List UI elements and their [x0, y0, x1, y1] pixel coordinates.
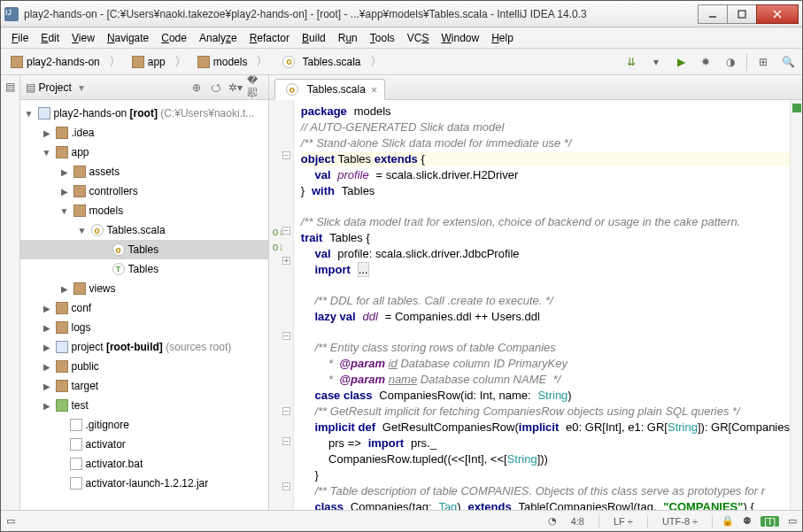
status-context-icon[interactable]: ◔: [548, 515, 557, 527]
tree-models[interactable]: ▼models: [20, 201, 268, 220]
minimize-button[interactable]: [698, 4, 728, 24]
project-tree[interactable]: ▼play2-hands-on [root] (C:¥Users¥naoki.t…: [20, 100, 268, 510]
tree-tables-trait[interactable]: TTables: [20, 259, 268, 279]
project-title[interactable]: Project: [39, 81, 72, 94]
close-tab-icon[interactable]: ×: [371, 83, 378, 96]
status-notifications-icon[interactable]: ▭: [788, 515, 797, 527]
window-title: play2-hands-on - [C:¥Users¥naoki.takezoe…: [24, 8, 699, 20]
error-stripe[interactable]: [790, 100, 802, 510]
menu-run[interactable]: Run: [333, 30, 363, 46]
tree-root[interactable]: ▼play2-hands-on [root] (C:¥Users¥naoki.t…: [20, 104, 268, 123]
tree-target[interactable]: ▶target: [20, 376, 268, 396]
code-editor[interactable]: package models // AUTO-GENERATED Slick d…: [294, 100, 790, 510]
menu-file[interactable]: File: [6, 30, 34, 46]
editor-tab-tables[interactable]: o Tables.scala ×: [274, 79, 386, 100]
close-button[interactable]: [756, 4, 799, 24]
fold-toggle-icon[interactable]: −: [282, 437, 290, 445]
make-button[interactable]: ⇊: [622, 53, 640, 71]
editor-gutter[interactable]: o↓ o↓ − − + − − − −: [269, 100, 294, 510]
editor-tab-label: Tables.scala: [307, 83, 366, 96]
menu-edit[interactable]: Edit: [35, 30, 65, 46]
tree-conf[interactable]: ▶conf: [20, 298, 268, 318]
tree-project[interactable]: ▶project [root-build] (sources root): [20, 337, 268, 357]
file-icon: [70, 458, 82, 470]
crumb-app[interactable]: app〉: [127, 52, 193, 72]
fold-toggle-icon[interactable]: −: [282, 227, 290, 235]
tree-gitignore[interactable]: .gitignore: [20, 415, 268, 435]
fold-toggle-icon[interactable]: −: [282, 151, 290, 159]
folder-icon: [56, 127, 68, 139]
crumb-models[interactable]: models〉: [193, 52, 275, 72]
readonly-lock-icon[interactable]: 🔒: [722, 515, 734, 527]
editor-tabstrip: o Tables.scala ×: [269, 75, 802, 100]
folder-icon: [56, 321, 68, 334]
menu-navigate[interactable]: Navigate: [102, 30, 154, 46]
toolbar-separator: [746, 53, 747, 71]
fold-expand-icon[interactable]: +: [282, 257, 290, 265]
debug-button[interactable]: ✸: [697, 53, 714, 71]
maximize-button[interactable]: [727, 4, 757, 24]
menu-refactor[interactable]: Refactor: [244, 30, 295, 46]
menu-code[interactable]: Code: [156, 30, 192, 46]
tree-app[interactable]: ▼app: [20, 143, 268, 162]
analysis-ok-icon[interactable]: [792, 104, 801, 112]
folder-icon: [56, 302, 68, 314]
run-config-dropdown[interactable]: ▾: [647, 53, 665, 71]
run-button[interactable]: ▶: [672, 53, 690, 71]
status-hector-icon[interactable]: ⚉: [743, 515, 752, 527]
menu-view[interactable]: View: [66, 30, 100, 46]
menu-analyze[interactable]: Analyze: [194, 30, 243, 46]
settings-dropdown-icon[interactable]: ✲▾: [228, 80, 243, 96]
tree-activator-jar[interactable]: activator-launch-1.2.12.jar: [20, 474, 268, 493]
scroll-from-source-icon[interactable]: ⊕: [189, 80, 205, 96]
fold-toggle-icon[interactable]: −: [282, 407, 290, 415]
scala-object-icon: o: [91, 224, 104, 236]
coverage-button[interactable]: ◑: [722, 53, 739, 71]
menu-vcs[interactable]: VCS: [402, 30, 435, 46]
tree-test[interactable]: ▶test: [20, 396, 268, 415]
tree-idea[interactable]: ▶.idea: [20, 123, 268, 143]
fold-toggle-icon[interactable]: −: [282, 482, 290, 490]
project-combo-icon[interactable]: ▤: [26, 81, 35, 94]
tree-tables-object[interactable]: oTables: [20, 240, 268, 259]
project-dropdown-icon[interactable]: ▾: [79, 81, 84, 94]
tree-assets[interactable]: ▶assets: [20, 162, 268, 181]
search-button[interactable]: 🔍: [779, 53, 797, 71]
folder-icon: [11, 56, 23, 68]
toolbar-right: ⇊ ▾ ▶ ✸ ◑ ⊞ 🔍: [622, 53, 797, 71]
menu-window[interactable]: Window: [436, 30, 484, 46]
crumb-file[interactable]: oTables.scala〉: [274, 52, 388, 72]
titlebar[interactable]: play2-hands-on - [C:¥Users¥naoki.takezoe…: [1, 1, 802, 27]
statusbar: ▭ ◔ 4:8 LF ÷ UTF-8 ÷ 🔒 ⚉ [T] ▭: [1, 510, 802, 531]
tree-logs[interactable]: ▶logs: [20, 318, 268, 337]
tree-tables-scala[interactable]: ▼oTables.scala: [20, 220, 268, 240]
tree-views[interactable]: ▶views: [20, 279, 268, 298]
file-icon: [70, 419, 82, 431]
menubar: File Edit View Navigate Code Analyze Ref…: [1, 27, 802, 49]
svg-rect-1: [738, 11, 745, 18]
breadcrumb: play2-hands-on〉 app〉 models〉 oTables.sca…: [6, 52, 622, 72]
module-icon: [56, 341, 68, 353]
tree-public[interactable]: ▶public: [20, 357, 268, 376]
status-encoding[interactable]: UTF-8 ÷: [657, 516, 703, 527]
status-messages-icon[interactable]: ▭: [6, 515, 15, 527]
project-tool-window: ▤Project▾ ⊕ ⭯ ✲▾ �翆 ▼play2-hands-on [roo…: [20, 75, 269, 510]
menu-build[interactable]: Build: [297, 30, 331, 46]
implement-marker-icon[interactable]: o↓: [273, 241, 284, 253]
tree-activator[interactable]: activator: [20, 435, 268, 454]
tree-activator-bat[interactable]: activator.bat: [20, 454, 268, 474]
structure-tool-icon[interactable]: ▤: [5, 81, 15, 93]
menu-help[interactable]: Help: [486, 30, 519, 46]
crumb-root[interactable]: play2-hands-on〉: [6, 52, 127, 72]
fold-toggle-icon[interactable]: −: [282, 332, 290, 340]
structure-button[interactable]: ⊞: [754, 53, 772, 71]
status-caret-pos[interactable]: 4:8: [566, 516, 590, 527]
app-icon: [4, 7, 19, 21]
tree-controllers[interactable]: ▶controllers: [20, 181, 268, 201]
collapse-all-icon[interactable]: ⭯: [208, 80, 224, 96]
status-line-sep[interactable]: LF ÷: [608, 516, 638, 527]
menu-tools[interactable]: Tools: [365, 30, 400, 46]
status-insert-badge[interactable]: [T]: [761, 516, 779, 527]
hide-panel-icon[interactable]: �翆: [247, 80, 263, 96]
module-icon: [38, 107, 50, 120]
